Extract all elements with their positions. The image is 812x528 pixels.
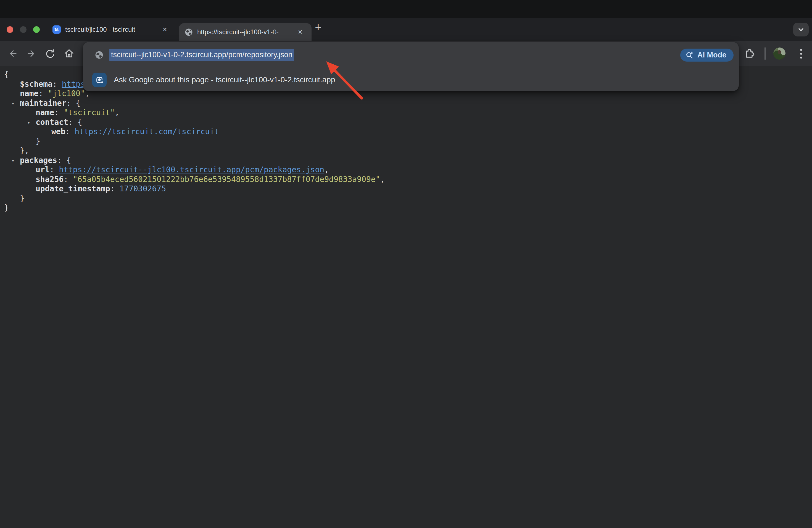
json-viewer: {$schema: httpsname: "jlc100",▾maintaine… <box>0 70 385 213</box>
json-punct: : <box>110 184 120 193</box>
globe-icon <box>95 51 103 59</box>
extensions-puzzle-icon <box>743 48 755 59</box>
json-key: sha256 <box>35 175 63 184</box>
json-line: }, <box>0 146 385 156</box>
minimize-window-button[interactable] <box>20 26 27 33</box>
json-punct: : { <box>57 156 71 165</box>
ask-google-lens-icon <box>92 73 106 87</box>
json-line: ▾maintainer: { <box>0 99 385 108</box>
json-punct: : <box>39 89 48 98</box>
reload-icon <box>45 48 56 59</box>
json-key: web <box>52 127 66 136</box>
json-punct: : <box>53 79 62 89</box>
forward-icon <box>26 48 37 59</box>
json-punct: , <box>324 165 329 174</box>
ai-mode-button[interactable]: AI Mode <box>680 48 734 62</box>
json-punct: : { <box>67 99 81 108</box>
collapse-triangle-icon[interactable]: ▾ <box>11 99 15 108</box>
json-key: name <box>20 89 39 98</box>
tab-title: tscircuit/jlc100 - tscircuit <box>65 26 135 33</box>
json-line: } <box>0 203 385 213</box>
tab-close-icon[interactable]: × <box>160 25 170 34</box>
chevron-down-icon <box>797 25 805 34</box>
json-string: "tscircuit" <box>63 108 115 117</box>
json-punct: , <box>115 108 120 117</box>
toolbar-right <box>741 41 812 66</box>
browser-window: ts tscircuit/jlc100 - tscircuit × https:… <box>0 0 812 528</box>
forward-button[interactable] <box>22 41 41 66</box>
globe-icon <box>185 28 192 36</box>
json-punct: : <box>50 165 59 174</box>
json-line: ▾packages: { <box>0 156 385 165</box>
extensions-button[interactable] <box>741 41 757 66</box>
json-key: update_timestamp <box>35 184 110 193</box>
json-link[interactable]: https://tscircuit.com/tscircuit <box>75 127 219 136</box>
json-line: url: https://tscircuit--jlc100.tscircuit… <box>0 165 385 175</box>
json-link[interactable]: https <box>62 79 85 89</box>
browser-menu-button[interactable] <box>793 41 809 66</box>
suggestion-text: Ask Google about this page - tscircuit--… <box>114 75 335 84</box>
window-top-strip <box>0 0 812 18</box>
home-button[interactable] <box>60 41 78 66</box>
new-tab-button[interactable]: + <box>312 21 324 33</box>
json-key: maintainer <box>20 99 67 108</box>
json-punct: }, <box>20 146 29 155</box>
omnibox-suggestion[interactable]: Ask Google about this page - tscircuit--… <box>83 68 739 91</box>
json-line: sha256: "65a05b4eced56021501222bb76e6e53… <box>0 175 385 185</box>
json-line: } <box>0 194 385 204</box>
nav-buttons <box>3 41 78 66</box>
toolbar-divider <box>765 47 766 60</box>
json-punct: : <box>63 175 73 184</box>
json-punct: } <box>4 203 9 212</box>
json-string: "65a05b4eced56021501222bb76e6e5395489558… <box>73 175 380 184</box>
collapse-triangle-icon[interactable]: ▾ <box>27 118 30 127</box>
url-input-selected-text[interactable]: tscircuit--jlc100-v1-0-2.tscircuit.app/p… <box>110 49 294 61</box>
kebab-menu-icon <box>800 49 802 51</box>
back-icon <box>8 48 18 59</box>
omnibox-url-row[interactable]: tscircuit--jlc100-v1-0-2.tscircuit.app/p… <box>83 42 739 68</box>
profile-avatar[interactable] <box>773 47 785 60</box>
traffic-lights <box>6 26 40 33</box>
ai-mode-label: AI Mode <box>697 51 726 59</box>
zoom-window-button[interactable] <box>33 26 40 33</box>
home-icon <box>64 48 74 59</box>
json-punct: { <box>4 70 9 79</box>
tab-strip: ts tscircuit/jlc100 - tscircuit × https:… <box>0 18 812 41</box>
json-string: "jlc100" <box>48 89 85 98</box>
json-line: name: "tscircuit", <box>0 108 385 118</box>
json-key: packages <box>20 156 57 165</box>
json-key: contact <box>35 118 68 127</box>
json-line: web: https://tscircuit.com/tscircuit <box>0 127 385 137</box>
tab-title: https://tscircuit--jlc100-v1-0- <box>197 28 288 36</box>
json-link[interactable]: https://tscircuit--jlc100.tscircuit.app/… <box>59 165 324 174</box>
collapse-triangle-icon[interactable]: ▾ <box>11 156 15 165</box>
json-key: url <box>35 165 50 174</box>
page-content: {$schema: httpsname: "jlc100",▾maintaine… <box>0 66 812 528</box>
tab-repository-json[interactable]: https://tscircuit--jlc100-v1-0- × <box>179 23 311 41</box>
tab-search-button[interactable] <box>793 23 809 36</box>
json-punct: : <box>54 108 63 117</box>
tab-close-icon[interactable]: × <box>295 27 305 37</box>
json-key: $schema <box>20 79 53 89</box>
json-line: update_timestamp: 1770302675 <box>0 184 385 194</box>
json-punct: , <box>380 175 385 184</box>
json-number: 1770302675 <box>119 184 166 193</box>
json-punct: : { <box>68 118 82 127</box>
tab-tscircuit-jlc100[interactable]: ts tscircuit/jlc100 - tscircuit × <box>52 18 174 41</box>
tscircuit-favicon: ts <box>53 25 61 34</box>
ai-mode-search-sparkle-icon <box>685 51 694 60</box>
back-button[interactable] <box>3 41 22 66</box>
json-line: } <box>0 137 385 146</box>
omnibox-dropdown: tscircuit--jlc100-v1-0-2.tscircuit.app/p… <box>83 42 739 91</box>
json-line: ▾contact: { <box>0 118 385 127</box>
json-punct: } <box>35 137 40 146</box>
reload-button[interactable] <box>41 41 60 66</box>
json-punct: : <box>66 127 75 136</box>
json-punct: } <box>20 194 25 203</box>
close-window-button[interactable] <box>6 26 13 33</box>
json-key: name <box>35 108 54 117</box>
